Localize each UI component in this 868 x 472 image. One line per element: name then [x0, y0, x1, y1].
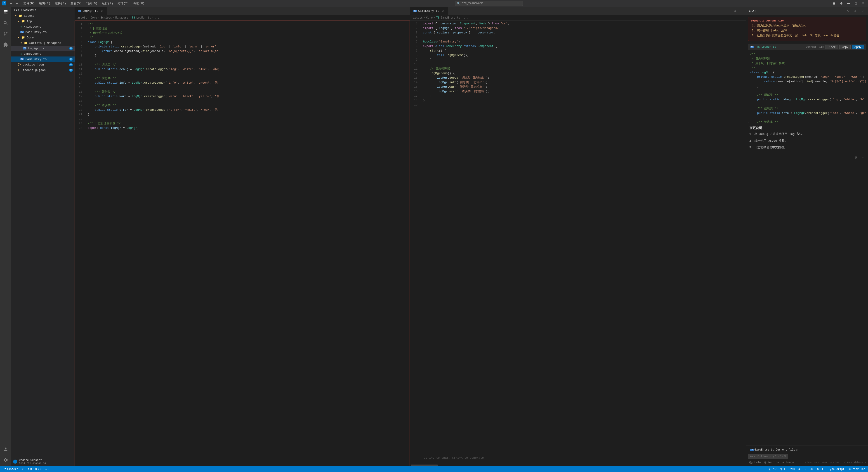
nav-back-button[interactable]: ←: [8, 1, 13, 6]
chat-tool-image[interactable]: ⊞ Image: [781, 460, 795, 465]
right-code-area[interactable]: 1 import { _decorator, Component, Node }…: [410, 21, 746, 464]
tree-item-assets[interactable]: ▾ 📁 assets: [11, 13, 74, 19]
update-banner[interactable]: ↑ Update Cursor? Read the changelog: [11, 457, 74, 466]
tree-item-gameentry[interactable]: TS GameEntry.ts U: [11, 57, 74, 62]
bottom-spaces[interactable]: 空格: 4: [789, 467, 801, 471]
bottom-branch[interactable]: ⎇ master*: [2, 468, 19, 471]
sc-line-15: [748, 116, 866, 120]
suggestion-actions: ✦ Ask Copy Apply: [826, 45, 864, 49]
rcode-line-10: 10: [410, 62, 746, 67]
tree-item-scripts-managers[interactable]: ▾ 📁 Scripts | Managers: [11, 40, 74, 45]
menu-help[interactable]: 帮助(H): [131, 1, 146, 6]
tab-logmgr[interactable]: TS LogMgr.ts ✕: [74, 7, 107, 15]
chat-copy-icon[interactable]: ⧉: [853, 155, 859, 161]
code-line-2: 2 * 日志管理器: [75, 26, 410, 31]
activity-explorer[interactable]: [1, 8, 10, 17]
maximize-button[interactable]: □: [853, 1, 859, 6]
activity-git[interactable]: [1, 29, 10, 38]
tree-item-game-scene[interactable]: ◆ Game.scene: [11, 51, 74, 57]
menu-file[interactable]: 文件(F): [22, 1, 36, 6]
tab-logmgr-label: LogMgr.ts: [83, 9, 98, 13]
titlebar: C ← → 文件(F) 编辑(E) 选择(S) 查看(V) 转到(G) 运行(R…: [0, 0, 868, 7]
sidebar: C2D FRAMEWORK ▾ 📁 assets ▾ 📁 App ◆ Main.…: [11, 7, 74, 466]
right-scrollbar-h[interactable]: [410, 464, 746, 466]
search-text: c2d_framework: [462, 2, 483, 5]
activity-accounts[interactable]: [1, 445, 10, 454]
activity-settings[interactable]: [1, 455, 10, 465]
ai-response-box: LogMgr.ts Current File 1. 因为默认的debug不显示，…: [748, 17, 866, 41]
bottom-sync[interactable]: ⟳: [21, 468, 25, 471]
split-editor-btn[interactable]: ⋯: [403, 8, 408, 14]
bc-sep5: ›: [152, 16, 153, 20]
tree-item-package-json[interactable]: {} package.json U: [11, 62, 74, 67]
tree-item-logmgr[interactable]: TS LogMgr.ts U: [11, 45, 74, 51]
tab-gameentry-close[interactable]: ✕: [440, 9, 445, 13]
sc-line-9: [748, 88, 866, 93]
menu-view[interactable]: 查看(V): [69, 1, 84, 6]
suggestion-header: TS TS LogMgr.ts Current File ✦ Ask Copy …: [748, 44, 866, 51]
bc-assets: assets: [77, 16, 87, 20]
chat-tab-close[interactable]: ✕: [796, 448, 798, 451]
error-icon: ⊘: [28, 468, 29, 471]
bottom-message[interactable]: ☁ 0: [44, 468, 50, 471]
chat-history-btn[interactable]: ⟲: [845, 8, 851, 13]
split-editor-btn-r[interactable]: ⊞: [732, 8, 738, 14]
code-line-3: 3 * 用于统一日志输出格式: [75, 31, 410, 35]
chat-close-btn[interactable]: ✕: [860, 8, 865, 13]
rcode-line-11: 11 // 日志管理器: [410, 67, 746, 71]
folder-icon: 📁: [24, 41, 28, 45]
bottom-errors[interactable]: ⊘ 0 △ 0 ℹ 0: [27, 468, 42, 471]
bc-logmgr: LogMgr.ts: [136, 16, 151, 20]
settings-button[interactable]: ⚙: [839, 1, 844, 6]
menu-select[interactable]: 选择(S): [53, 1, 68, 6]
menu-edit[interactable]: 编辑(E): [37, 1, 52, 6]
sc-line-2: * 日志管理器: [748, 57, 866, 61]
chat-input-field[interactable]: [748, 454, 788, 459]
bottom-language[interactable]: TypeScript: [827, 467, 845, 471]
mention-label: @ Mention: [764, 461, 779, 464]
ts-icon: TS: [23, 47, 26, 50]
chat-tool-mention[interactable]: @ Mention: [763, 461, 780, 465]
menu-goto[interactable]: 转到(G): [85, 1, 99, 6]
bottom-position[interactable]: 行 19，列 1: [768, 467, 786, 471]
activity-extensions[interactable]: [1, 40, 10, 49]
code-line-23: 23 /** 日志管理器实例 */: [75, 121, 410, 126]
git-branch-icon: ⎇: [3, 468, 6, 471]
ask-button[interactable]: ✦ Ask: [826, 45, 838, 49]
split-editor-button[interactable]: ⊞: [831, 1, 837, 6]
copy-button[interactable]: Copy: [839, 45, 850, 49]
menu-run[interactable]: 运行(R): [100, 1, 115, 6]
tab-gameentry[interactable]: TS GameEntry.ts ✕: [410, 7, 448, 15]
left-breadcrumb: assets › Core › Scripts › Managers › TS …: [74, 15, 410, 21]
bottom-line-ending[interactable]: CRLF: [816, 467, 825, 471]
chat-settings-btn[interactable]: ⚙: [852, 8, 858, 13]
apply-button[interactable]: Apply: [852, 45, 864, 49]
tree-item-mainentry[interactable]: TS MainEntry.ts: [11, 29, 74, 35]
left-code-area[interactable]: 1 /** 2 * 日志管理器 3 * 用于统一日志输出格式 4 */: [74, 21, 410, 466]
rcode-line-5: 5 @ccclass('GameEntry'): [410, 39, 746, 44]
tree-item-main-scene[interactable]: ◆ Main.scene: [11, 24, 74, 29]
chat-tool-gpt4o[interactable]: @gpt-4o: [748, 461, 762, 465]
chat-more-icon[interactable]: ⋯: [860, 155, 866, 161]
sc-line-6: private static createLogger(method: 'log…: [748, 75, 866, 79]
line-ending-text: CRLF: [817, 468, 824, 471]
close-button[interactable]: ✕: [860, 1, 866, 6]
more-actions-btn[interactable]: ⋯: [739, 8, 744, 14]
bottom-encoding[interactable]: UTF-8: [804, 467, 813, 471]
activity-search[interactable]: [1, 19, 10, 28]
tree-item-app[interactable]: ▾ 📁 App: [11, 19, 74, 24]
bottom-tab-mode[interactable]: Cursor Tab: [848, 467, 866, 471]
tree-item-tsconfig[interactable]: {} tsconfig.json U: [11, 67, 74, 73]
minimize-button[interactable]: ─: [846, 1, 851, 6]
chat-new-btn[interactable]: +: [838, 8, 844, 13]
menu-terminal[interactable]: 终端(T): [116, 1, 130, 6]
rcode-line-19: 19: [410, 103, 746, 107]
tree-item-core[interactable]: ▾ 📁 Core: [11, 35, 74, 40]
chat-input-area: TS GameEntry.ts Current File ✕ @gpt-4o @…: [746, 446, 868, 466]
chat-tools: @gpt-4o @ Mention ⊞ Image alt+↵ no conte…: [748, 460, 866, 465]
nav-forward-button[interactable]: →: [14, 1, 20, 6]
explanation-item-3: 3. 日志前缀包含中文描述。: [749, 145, 865, 150]
tab-logmgr-close[interactable]: ✕: [100, 9, 104, 13]
chat-tab-gameentry[interactable]: TS GameEntry.ts Current File ✕: [748, 448, 800, 452]
search-bar[interactable]: 🔍 c2d_framework: [455, 1, 523, 6]
